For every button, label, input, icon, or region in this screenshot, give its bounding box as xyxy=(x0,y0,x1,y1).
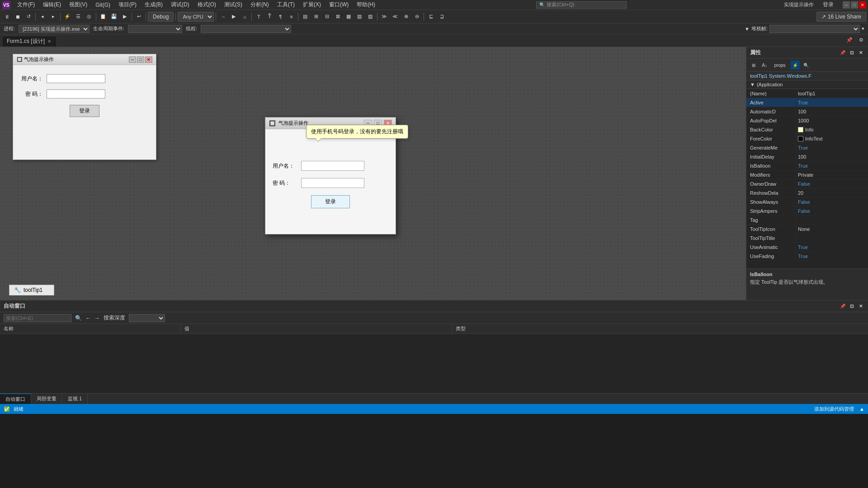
toolbar-btn-1[interactable]: ⚡ xyxy=(62,12,72,22)
stack-select[interactable] xyxy=(769,25,860,33)
menu-debug[interactable]: 调试(D) xyxy=(167,0,193,9)
cpu-select[interactable]: Any CPU xyxy=(178,12,214,22)
tab-form1[interactable]: Form1.cs [设计] ✕ xyxy=(2,36,57,47)
dialog-login-btn[interactable]: 登录 xyxy=(311,195,350,208)
toolbar-btn-11[interactable]: T̃ xyxy=(264,12,274,22)
close-btn[interactable]: ✕ xyxy=(859,1,866,9)
step-over-btn[interactable]: → xyxy=(218,12,228,22)
bottom-dock-btn[interactable]: ⊡ xyxy=(848,303,855,310)
toolbar-btn-21[interactable]: ≫ xyxy=(379,12,389,22)
bottom-pin-btn[interactable]: 📌 xyxy=(839,303,846,310)
menu-format[interactable]: 格式(O) xyxy=(194,0,220,9)
toolbar-btn-22[interactable]: ≪ xyxy=(390,12,400,22)
toolbar-btn-14[interactable]: ▤ xyxy=(300,12,310,22)
tab-close-btn[interactable]: ✕ xyxy=(47,39,52,44)
bottom-tab-locals[interactable]: 局部变量 xyxy=(31,394,62,404)
menu-test[interactable]: 测试(S) xyxy=(221,0,246,9)
props-search-btn[interactable]: 🔍 xyxy=(802,61,811,70)
tooltip-component[interactable]: 🔧 toolTip1 xyxy=(9,285,54,296)
props-row-automaticd[interactable]: AutomaticD 100 xyxy=(746,107,868,116)
menu-help[interactable]: 帮助(H) xyxy=(353,0,379,9)
bg-form-username-input[interactable] xyxy=(47,74,105,83)
toolbar-btn-3[interactable]: ◎ xyxy=(84,12,94,22)
menu-git[interactable]: Git(G) xyxy=(92,1,114,9)
restart-btn[interactable]: ↺ xyxy=(24,12,33,22)
process-select[interactable]: [23196] 实现提示操作.exe xyxy=(19,25,90,33)
toolbar-btn-16[interactable]: ⊟ xyxy=(322,12,332,22)
bottom-tab-watch[interactable]: 监视 1 xyxy=(62,394,88,404)
undo-btn[interactable]: ↩ xyxy=(134,12,144,22)
minimize-btn[interactable]: ─ xyxy=(843,1,850,9)
back-btn[interactable]: ◂ xyxy=(38,12,47,22)
lifecycle-select[interactable] xyxy=(128,25,182,33)
depth-select[interactable] xyxy=(129,314,165,322)
toolbar-btn-9[interactable]: ⌂ xyxy=(240,12,250,22)
menu-view[interactable]: 视图(V) xyxy=(66,0,91,9)
props-row-isballoon[interactable]: IsBalloon True xyxy=(746,161,868,170)
forward-btn[interactable]: ▸ xyxy=(48,12,58,22)
props-row-modifiers[interactable]: Modifiers Private xyxy=(746,170,868,179)
props-row-initialdelay[interactable]: InitialDelay 100 xyxy=(746,152,868,161)
dialog-username-input[interactable] xyxy=(301,161,364,171)
toolbar-btn-13[interactable]: ≡ xyxy=(286,12,296,22)
props-row-generateme[interactable]: GenerateMe True xyxy=(746,143,868,152)
bottom-search-input[interactable] xyxy=(4,314,71,322)
menu-project[interactable]: 项目(P) xyxy=(115,0,140,9)
menu-build[interactable]: 生成(B) xyxy=(141,0,166,9)
bg-form-login-btn[interactable]: 登录 xyxy=(70,105,99,117)
tab-pin-btn[interactable]: 📌 xyxy=(844,35,854,45)
props-row-useanimatic[interactable]: UseAnimatic True xyxy=(746,243,868,252)
source-control-btn[interactable]: 添加到源代码管理 xyxy=(814,406,854,413)
thread-select[interactable] xyxy=(201,25,291,33)
background-form-window[interactable]: 🔲 气泡提示操作 ─ □ ✕ 用户名： 密 码： xyxy=(13,54,156,160)
pause-btn[interactable]: ⏸ xyxy=(2,12,12,22)
menu-extensions[interactable]: 扩展(X) xyxy=(299,0,325,9)
props-close-btn[interactable]: ✕ xyxy=(857,49,864,56)
bg-form-maximize[interactable]: □ xyxy=(137,56,144,63)
menu-tools[interactable]: 工具(T) xyxy=(274,0,298,9)
toolbar-btn-18[interactable]: ▦ xyxy=(344,12,354,22)
menu-file[interactable]: 文件(F) xyxy=(14,0,38,9)
toolbar-btn-23[interactable]: ⊕ xyxy=(401,12,411,22)
bg-form-close[interactable]: ✕ xyxy=(145,56,152,63)
tab-settings-btn[interactable]: ⚙ xyxy=(856,35,866,45)
props-row-showalways[interactable]: ShowAlways False xyxy=(746,197,868,206)
toolbar-btn-12[interactable]: ¶ xyxy=(275,12,285,22)
toolbar-btn-20[interactable]: ▨ xyxy=(365,12,375,22)
toolbar-btn-8[interactable]: ▶ xyxy=(229,12,239,22)
live-share-button[interactable]: ↗ 16 Live Share xyxy=(816,12,866,22)
bg-form-title-bar[interactable]: 🔲 气泡提示操作 ─ □ ✕ xyxy=(13,54,156,65)
props-categorized-btn[interactable]: ⊞ xyxy=(749,61,758,70)
props-row-reshowdela[interactable]: ReshowDela 20 xyxy=(746,188,868,197)
props-row-active[interactable]: Active True xyxy=(746,98,868,107)
toolbar-btn-24[interactable]: ⊖ xyxy=(412,12,422,22)
toolbar-btn-5[interactable]: 💾 xyxy=(109,12,119,22)
props-row-stripampers[interactable]: StripAmpers False xyxy=(746,206,868,216)
main-dialog-window[interactable]: 🔲 气泡提示操作 ─ □ ✕ 使用手机号码登录，没有的要先注册哦 xyxy=(265,117,396,235)
props-pin-btn[interactable]: 📌 xyxy=(839,49,846,56)
props-row-autopopdel[interactable]: AutoPopDel 1000 xyxy=(746,116,868,125)
props-section-app[interactable]: ▼ (Application xyxy=(746,80,868,89)
props-row-usefading[interactable]: UseFading True xyxy=(746,252,868,261)
dialog-password-input[interactable] xyxy=(301,178,364,188)
toolbar-btn-17[interactable]: ⊠ xyxy=(333,12,343,22)
props-row-ownerdraw[interactable]: OwnerDraw False xyxy=(746,179,868,188)
debug-mode-btn[interactable]: Debug xyxy=(148,12,174,22)
props-row-tooltiptitle[interactable]: ToolTipTitle xyxy=(746,234,868,243)
stop-btn[interactable]: ⏹ xyxy=(13,12,23,22)
props-row-forecolor[interactable]: ForeColor InfoText xyxy=(746,134,868,143)
props-row-tooltipicon[interactable]: ToolTipIcon None xyxy=(746,225,868,234)
bottom-close-btn[interactable]: ✕ xyxy=(857,303,864,310)
bg-form-minimize[interactable]: ─ xyxy=(129,56,136,63)
props-props-btn[interactable]: props xyxy=(771,61,789,70)
menu-edit[interactable]: 编辑(E) xyxy=(39,0,65,9)
toolbar-btn-26[interactable]: ⊒ xyxy=(437,12,447,22)
props-row-name[interactable]: (Name) toolTip1 xyxy=(746,89,868,98)
props-dock-btn[interactable]: ⊡ xyxy=(848,49,855,56)
props-row-backcolor[interactable]: BackColor Info xyxy=(746,125,868,134)
menu-window[interactable]: 窗口(W) xyxy=(326,0,352,9)
toolbar-btn-6[interactable]: ▶ xyxy=(120,12,130,22)
bottom-tab-auto[interactable]: 自动窗口 xyxy=(0,394,31,404)
props-alphabetical-btn[interactable]: A↓ xyxy=(760,61,769,70)
maximize-btn[interactable]: □ xyxy=(851,1,858,9)
